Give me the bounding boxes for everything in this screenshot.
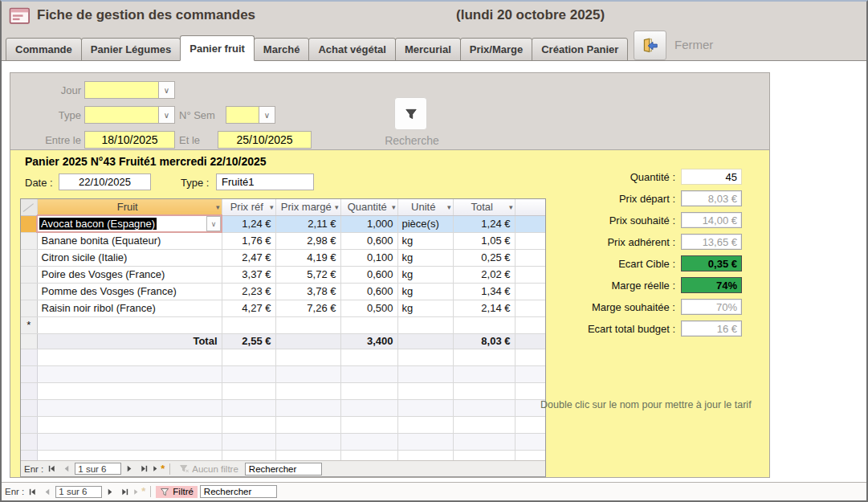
cell-prix-marge[interactable]: 4,19 € (275, 249, 340, 266)
first-record-button[interactable] (46, 463, 58, 475)
tab-panier-fruit[interactable]: Panier fruit (180, 35, 255, 61)
new-record-marker[interactable]: * (21, 316, 37, 333)
fruit-combo-cell[interactable]: Avocat bacon (Espagne) ∨ (37, 215, 222, 232)
cell-unite[interactable]: kg (397, 266, 453, 283)
cell-fruit[interactable]: Banane bonita (Equateur) (37, 232, 222, 249)
tab-creation-panier[interactable]: Création Panier (532, 38, 628, 61)
cell-prix-ref[interactable]: 1,24 € (222, 215, 275, 232)
last-record-button[interactable] (138, 463, 150, 475)
cell-total[interactable]: 1,24 € (453, 215, 515, 232)
row-selector[interactable] (21, 266, 37, 283)
cell-unite[interactable]: kg (397, 283, 453, 300)
first-record-button[interactable] (26, 486, 39, 498)
column-header-prix-marge[interactable]: Prix margé▾ (275, 199, 340, 215)
chevron-down-icon[interactable]: ∨ (206, 216, 221, 231)
cell-prix-marge[interactable]: 2,11 € (275, 215, 340, 232)
cell-quantite[interactable]: 0,600 (340, 232, 397, 249)
et-le-label: Et le (179, 134, 211, 146)
search-button[interactable] (394, 97, 427, 130)
record-search-box[interactable]: Rechercher (245, 463, 322, 475)
cell-prix-ref[interactable]: 2,23 € (222, 283, 275, 300)
sem-combobox[interactable]: ∨ (226, 106, 275, 124)
filter-arrow-icon[interactable]: ▾ (270, 203, 274, 211)
previous-record-button[interactable] (41, 486, 53, 498)
last-record-button[interactable] (119, 486, 131, 498)
column-header-quantite[interactable]: Quantité▾ (340, 199, 397, 215)
panier-type-label: Type : (181, 177, 209, 189)
row-selector[interactable] (21, 283, 37, 300)
cell-unite[interactable]: pièce(s) (397, 215, 453, 232)
tab-achat-vegetal[interactable]: Achat végétal (308, 38, 396, 61)
new-record-button[interactable]: * (153, 463, 165, 475)
column-header-prix-ref[interactable]: Prix réf▾ (222, 199, 275, 215)
cell-prix-ref[interactable]: 1,76 € (222, 232, 275, 249)
cell-unite[interactable]: kg (397, 249, 453, 266)
date-to-field[interactable]: 25/10/2025 (218, 131, 312, 149)
chevron-down-icon[interactable]: ∨ (158, 107, 174, 123)
panier-date-field[interactable]: 22/10/2025 (59, 173, 151, 190)
filter-arrow-icon[interactable]: ▾ (447, 203, 451, 211)
panier-type-field[interactable]: Fruité1 (216, 173, 314, 190)
table-row: Banane bonita (Equateur) 1,76 € 2,98 € 0… (21, 232, 545, 249)
cell-prix-marge[interactable]: 7,26 € (275, 300, 340, 316)
cell-quantite[interactable]: 0,500 (340, 300, 397, 316)
cell-quantite[interactable]: 0,600 (340, 266, 397, 283)
record-position-box[interactable]: 1 sur 6 (75, 463, 121, 475)
record-search-box[interactable]: Rechercher (200, 485, 277, 498)
new-record-button[interactable]: * (133, 486, 145, 498)
cell-prix-marge[interactable]: 2,98 € (275, 232, 340, 249)
cell-quantite[interactable]: 0,100 (340, 249, 397, 266)
tab-marche[interactable]: Marché (254, 38, 310, 61)
type-filter-label: Type (10, 109, 81, 121)
cell-quantite[interactable]: 1,000 (340, 215, 397, 232)
cell-prix-marge[interactable]: 5,72 € (275, 266, 340, 283)
previous-record-button[interactable] (60, 463, 72, 475)
column-header-total[interactable]: Total▾ (453, 199, 515, 215)
quantite-field[interactable]: 45 (681, 169, 742, 185)
filtered-indicator[interactable]: Filtré (156, 486, 198, 498)
cell-total[interactable]: 2,02 € (453, 266, 515, 283)
next-record-button[interactable] (104, 486, 116, 498)
cell-prix-ref[interactable]: 3,37 € (222, 266, 275, 283)
cell-total[interactable]: 1,05 € (453, 232, 515, 249)
row-selector[interactable] (21, 249, 37, 266)
no-filter-indicator[interactable]: Aucun filtre (175, 463, 242, 475)
type-combobox[interactable]: ∨ (84, 106, 175, 124)
row-selector[interactable] (21, 215, 37, 232)
cell-quantite[interactable]: 0,600 (340, 283, 397, 300)
chevron-down-icon[interactable]: ∨ (158, 82, 174, 98)
cell-fruit-empty[interactable] (37, 316, 222, 333)
filter-arrow-icon[interactable]: ▾ (335, 203, 339, 211)
next-record-button[interactable] (124, 463, 136, 475)
cell-fruit[interactable]: Citron sicile (Italie) (37, 249, 222, 266)
cell-prix-ref[interactable]: 4,27 € (222, 300, 275, 316)
cell-fruit[interactable]: Pomme des Vosges (France) (37, 283, 222, 300)
cell-fruit[interactable]: Poire des Vosges (France) (37, 266, 222, 283)
cell-prix-ref[interactable]: 2,47 € (222, 249, 275, 266)
tab-mercurial[interactable]: Mercurial (395, 38, 461, 61)
select-all-corner[interactable] (21, 199, 37, 215)
tab-commande[interactable]: Commande (6, 38, 82, 61)
cell-total[interactable]: 0,25 € (453, 249, 515, 266)
filter-arrow-icon[interactable]: ▾ (216, 203, 220, 211)
tab-prix-marge[interactable]: Prix/Marge (460, 38, 532, 61)
cell-unite[interactable]: kg (397, 232, 453, 249)
date-from-field[interactable]: 18/10/2025 (84, 131, 175, 149)
filter-arrow-icon[interactable]: ▾ (509, 203, 513, 211)
marge-souhaitee-field: 70% (681, 299, 742, 315)
cell-total[interactable]: 1,34 € (453, 283, 515, 300)
record-position-box[interactable]: 1 sur 6 (55, 486, 102, 498)
column-header-fruit[interactable]: Fruit▾ (37, 199, 222, 215)
row-selector[interactable] (21, 232, 37, 249)
close-button[interactable] (634, 31, 666, 60)
column-header-unite[interactable]: Unité▾ (397, 199, 453, 215)
row-selector[interactable] (21, 300, 37, 316)
chevron-down-icon[interactable]: ∨ (259, 107, 275, 123)
cell-fruit[interactable]: Raisin noir ribol (France) (37, 300, 222, 316)
filter-arrow-icon[interactable]: ▾ (392, 203, 396, 211)
cell-total[interactable]: 2,14 € (453, 300, 515, 316)
cell-prix-marge[interactable]: 3,78 € (275, 283, 340, 300)
jour-combobox[interactable]: ∨ (84, 81, 175, 99)
cell-unite[interactable]: kg (397, 300, 453, 316)
tab-panier-legumes[interactable]: Panier Légumes (81, 38, 181, 61)
